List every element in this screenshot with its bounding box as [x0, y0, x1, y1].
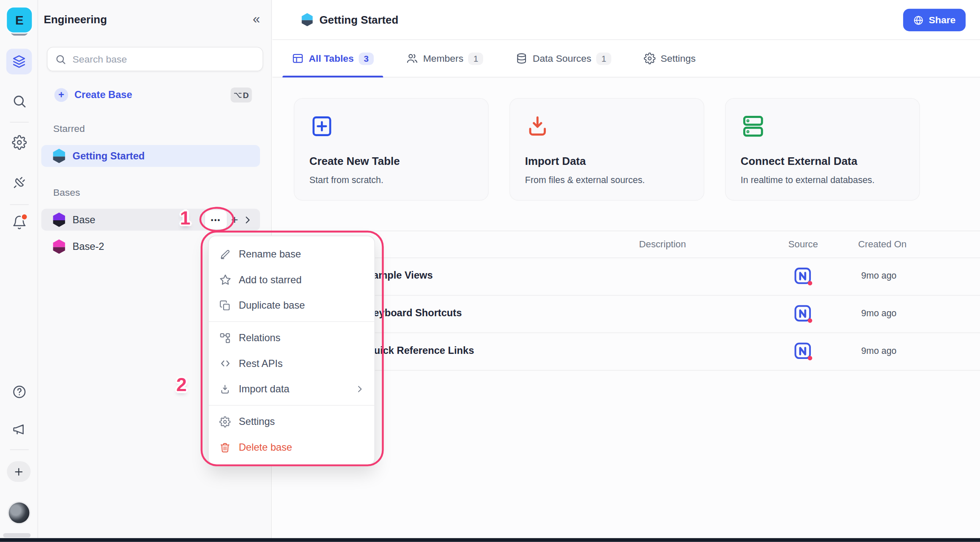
create-base-button[interactable]: + Create Base D: [47, 86, 263, 104]
column-header-created-on: Created On: [858, 239, 907, 249]
announcements-button[interactable]: [0, 422, 38, 437]
base-options-button[interactable]: •••: [205, 210, 227, 230]
quick-action-cards: Create New Table Start from scratch. Imp…: [294, 98, 920, 200]
create-new-table-card[interactable]: Create New Table Start from scratch.: [294, 98, 489, 200]
tab-count-badge: 1: [597, 52, 611, 65]
share-button[interactable]: Share: [903, 9, 966, 31]
nocodb-source-icon: [794, 267, 813, 286]
menu-divider: [209, 405, 375, 405]
column-header-source: Source: [759, 239, 847, 249]
base-header: Getting Started Share: [273, 0, 980, 40]
submenu-chevron-icon: [355, 384, 364, 394]
table-row[interactable]: Keyboard Shortcuts 9mo ago: [294, 296, 980, 333]
star-icon: [219, 274, 231, 286]
table-row[interactable]: Sample Views 9mo ago: [294, 258, 980, 296]
plus-icon: [13, 466, 25, 477]
table-grid-icon: [292, 52, 304, 64]
database-icon: [516, 52, 528, 64]
table-plus-icon: [309, 114, 473, 139]
expand-base-chevron-icon[interactable]: [243, 215, 253, 225]
menu-item-delete-base[interactable]: Delete base: [209, 434, 375, 460]
card-title: Create New Table: [309, 155, 473, 168]
tables-list-header: Description Source Created On: [294, 230, 980, 258]
workspace-logo[interactable]: E: [7, 8, 32, 33]
table-row[interactable]: Quick Reference Links 9mo ago: [294, 333, 980, 371]
download-icon: [525, 114, 689, 139]
workspace-settings-button[interactable]: [0, 135, 38, 150]
menu-item-relations[interactable]: Relations: [209, 325, 375, 351]
menu-item-settings[interactable]: Settings: [209, 409, 375, 435]
column-header-description: Description: [550, 239, 775, 249]
menu-item-duplicate-base[interactable]: Duplicate base: [209, 293, 375, 318]
tab-bar: All Tables 3 Members 1: [273, 40, 980, 78]
table-name: Keyboard Shortcuts: [366, 307, 462, 319]
import-data-card[interactable]: Import Data From files & external source…: [509, 98, 704, 200]
sidebar-item-getting-started[interactable]: Getting Started: [41, 145, 260, 167]
menu-item-rename-base[interactable]: Rename base: [209, 241, 375, 267]
card-description: From files & external sources.: [525, 175, 689, 185]
tab-members[interactable]: Members 1: [397, 40, 493, 77]
notifications-button[interactable]: [0, 215, 38, 230]
menu-item-rest-apis[interactable]: Rest APIs: [209, 350, 375, 376]
integrations-button[interactable]: [0, 175, 38, 190]
card-description: Start from scratch.: [309, 175, 473, 185]
main-area: Getting Started Share All Tables 3: [273, 0, 980, 542]
tables-list: Description Source Created On Sample Vie…: [294, 230, 980, 370]
servers-icon: [741, 114, 904, 139]
tab-settings[interactable]: Settings: [634, 40, 705, 77]
pencil-icon: [219, 249, 231, 260]
megaphone-icon: [11, 422, 26, 437]
duplicate-icon: [219, 300, 231, 311]
help-button[interactable]: [0, 384, 38, 399]
starred-section-label: Starred: [53, 123, 85, 134]
nocodb-source-icon: [794, 304, 813, 324]
base-hexagon-icon: [52, 212, 66, 227]
card-description: In realtime to external databases.: [741, 175, 904, 185]
created-on-value: 9mo ago: [861, 308, 896, 318]
download-icon: [219, 383, 231, 395]
menu-item-add-to-starred[interactable]: Add to starred: [209, 267, 375, 293]
card-title: Import Data: [525, 155, 689, 168]
relations-icon: [219, 332, 231, 344]
gear-icon: [219, 416, 231, 427]
created-on-value: 9mo ago: [861, 271, 896, 281]
gear-icon: [11, 135, 26, 150]
search-base-box[interactable]: [47, 47, 263, 71]
search-icon: [11, 94, 26, 109]
quick-search-button[interactable]: [0, 94, 38, 109]
members-icon: [406, 52, 418, 64]
tab-data-sources[interactable]: Data Sources 1: [506, 40, 621, 77]
trash-icon: [219, 441, 231, 453]
search-icon: [55, 53, 66, 65]
option-key-icon: [233, 92, 241, 99]
user-avatar[interactable]: [9, 503, 30, 523]
tab-all-tables[interactable]: All Tables 3: [282, 40, 383, 77]
search-base-input[interactable]: [72, 53, 241, 65]
sidebar-item-base[interactable]: Base ••• +: [41, 209, 260, 231]
collapse-sidebar-icon[interactable]: «: [253, 11, 260, 26]
help-icon: [11, 384, 26, 399]
plus-icon: +: [55, 88, 68, 102]
table-name: Quick Reference Links: [366, 345, 474, 356]
gear-icon: [644, 52, 656, 64]
bases-nav-button[interactable]: [6, 49, 32, 74]
add-table-button[interactable]: +: [231, 214, 238, 226]
menu-item-import-data[interactable]: Import data: [209, 376, 375, 402]
connect-external-data-card[interactable]: Connect External Data In realtime to ext…: [725, 98, 920, 200]
base-context-menu: Rename base Add to starred Duplicate bas…: [208, 235, 375, 465]
rail-divider: [10, 449, 29, 450]
created-on-value: 9mo ago: [861, 346, 896, 356]
rail-scrollbar[interactable]: [3, 533, 30, 537]
app-window: E: [0, 0, 980, 542]
nocodb-source-icon: [794, 342, 813, 361]
table-name: Sample Views: [366, 270, 433, 282]
card-title: Connect External Data: [741, 155, 904, 168]
new-workspace-button[interactable]: [7, 461, 30, 482]
menu-divider: [209, 321, 375, 322]
bases-section-label: Bases: [53, 187, 80, 198]
page-title: Getting Started: [319, 14, 398, 27]
workspace-title: Engineering: [44, 13, 107, 26]
screen-bottom-edge: [0, 538, 980, 542]
base-row-actions: ••• +: [205, 210, 253, 230]
layers-icon: [12, 55, 26, 69]
